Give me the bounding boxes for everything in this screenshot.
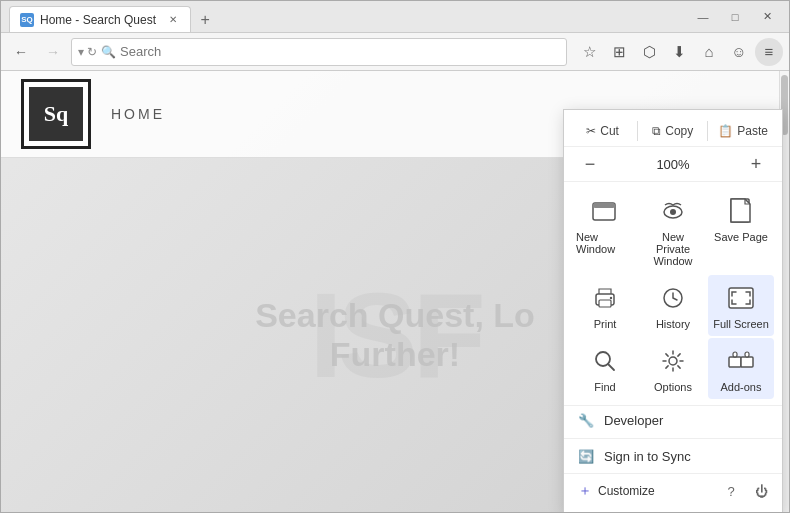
find-label: Find bbox=[594, 381, 615, 393]
menu-button[interactable]: ≡ bbox=[755, 38, 783, 66]
developer-label: Developer bbox=[604, 413, 663, 428]
maximize-button[interactable]: □ bbox=[721, 7, 749, 27]
find-button[interactable]: Find bbox=[572, 338, 638, 399]
menu-divider bbox=[564, 438, 782, 439]
sign-in-label: Sign in to Sync bbox=[604, 449, 691, 464]
close-button[interactable]: ✕ bbox=[753, 7, 781, 27]
minimize-button[interactable]: — bbox=[689, 7, 717, 27]
content-area: Sq HOME ISF Search Quest, Lo Further! ✂ … bbox=[1, 71, 789, 512]
print-button[interactable]: Print bbox=[572, 275, 638, 336]
menu-icon-grid: New Window New PrivateWindow bbox=[564, 182, 782, 406]
sign-in-sync-button[interactable]: 🔄 Sign in to Sync bbox=[564, 442, 782, 471]
site-logo: Sq bbox=[21, 79, 91, 149]
full-screen-button[interactable]: Full Screen bbox=[708, 275, 774, 336]
window-controls: — □ ✕ bbox=[689, 7, 781, 27]
zoom-level: 100% bbox=[604, 157, 742, 172]
tab-label: Home - Search Quest bbox=[40, 13, 156, 27]
cut-button[interactable]: ✂ Cut bbox=[572, 120, 633, 142]
options-label: Options bbox=[654, 381, 692, 393]
new-private-window-label: New PrivateWindow bbox=[644, 231, 702, 267]
new-private-window-icon bbox=[658, 196, 688, 226]
find-icon bbox=[590, 346, 620, 376]
add-ons-button[interactable]: Add-ons bbox=[708, 338, 774, 399]
new-window-icon bbox=[590, 196, 620, 226]
new-window-label: New Window bbox=[576, 231, 634, 255]
browser-window: SQ Home - Search Quest ✕ + — □ ✕ ← → ▾ ↻… bbox=[0, 0, 790, 513]
history-label: History bbox=[656, 318, 690, 330]
reading-list-icon[interactable]: ⊞ bbox=[605, 38, 633, 66]
paste-icon: 📋 bbox=[718, 124, 733, 138]
sync-icon: 🔄 bbox=[578, 449, 594, 464]
url-bar-left-icons: ▾ ↻ bbox=[78, 45, 97, 59]
save-page-icon bbox=[726, 196, 756, 226]
full-screen-label: Full Screen bbox=[713, 318, 769, 330]
tagline-container: Search Quest, Lo Further! bbox=[255, 296, 535, 374]
customize-plus-icon: ＋ bbox=[578, 482, 592, 500]
svg-rect-9 bbox=[729, 288, 753, 308]
forward-button[interactable]: → bbox=[39, 38, 67, 66]
svg-rect-12 bbox=[729, 357, 741, 367]
tagline-line1: Search Quest, Lo bbox=[255, 296, 535, 335]
copy-label: Copy bbox=[665, 124, 693, 138]
tab-close-button[interactable]: ✕ bbox=[166, 13, 180, 27]
svg-rect-1 bbox=[593, 203, 615, 208]
options-button[interactable]: Options bbox=[640, 338, 706, 399]
new-tab-button[interactable]: + bbox=[193, 8, 217, 32]
search-input[interactable] bbox=[120, 44, 560, 59]
cut-label: Cut bbox=[600, 124, 619, 138]
home-icon[interactable]: ⌂ bbox=[695, 38, 723, 66]
customize-label: Customize bbox=[598, 484, 655, 498]
new-private-window-button[interactable]: New PrivateWindow bbox=[640, 188, 706, 273]
dropdown-arrow-icon: ▾ bbox=[78, 45, 84, 59]
svg-rect-13 bbox=[741, 357, 753, 367]
svg-rect-15 bbox=[745, 352, 749, 357]
customize-button[interactable]: ＋ Customize bbox=[572, 478, 661, 504]
print-icon bbox=[590, 283, 620, 313]
copy-icon: ⧉ bbox=[652, 124, 661, 138]
history-icon bbox=[658, 283, 688, 313]
refresh-icon[interactable]: ↻ bbox=[87, 45, 97, 59]
new-window-button[interactable]: New Window bbox=[572, 188, 638, 273]
active-tab[interactable]: SQ Home - Search Quest ✕ bbox=[9, 6, 191, 32]
separator-2 bbox=[707, 121, 708, 141]
paste-button[interactable]: 📋 Paste bbox=[712, 120, 774, 142]
svg-rect-6 bbox=[599, 300, 611, 307]
developer-icon: 🔧 bbox=[578, 413, 594, 428]
svg-point-3 bbox=[670, 209, 676, 215]
developer-button[interactable]: 🔧 Developer bbox=[564, 406, 782, 435]
separator-1 bbox=[637, 121, 638, 141]
tab-favicon: SQ bbox=[20, 13, 34, 27]
cut-icon: ✂ bbox=[586, 124, 596, 138]
zoom-out-button[interactable]: − bbox=[576, 151, 604, 177]
browser-menu: ✂ Cut ⧉ Copy 📋 Paste − 100% + bbox=[563, 109, 783, 512]
smiley-icon[interactable]: ☺ bbox=[725, 38, 753, 66]
svg-point-7 bbox=[610, 297, 612, 299]
pocket-icon[interactable]: ⬡ bbox=[635, 38, 663, 66]
cut-copy-paste-row: ✂ Cut ⧉ Copy 📋 Paste bbox=[564, 116, 782, 147]
print-label: Print bbox=[594, 318, 617, 330]
full-screen-icon bbox=[726, 283, 756, 313]
menu-bottom-bar: ＋ Customize ? ⏻ bbox=[564, 473, 782, 508]
back-button[interactable]: ← bbox=[7, 38, 35, 66]
save-page-label: Save Page bbox=[714, 231, 768, 243]
search-icon-url: 🔍 bbox=[101, 45, 116, 59]
downloads-icon[interactable]: ⬇ bbox=[665, 38, 693, 66]
svg-rect-14 bbox=[733, 352, 737, 357]
zoom-row: − 100% + bbox=[564, 147, 782, 182]
options-icon bbox=[658, 346, 688, 376]
add-ons-label: Add-ons bbox=[721, 381, 762, 393]
add-ons-icon bbox=[726, 346, 756, 376]
svg-point-11 bbox=[669, 357, 677, 365]
history-button[interactable]: History bbox=[640, 275, 706, 336]
tabs-area: SQ Home - Search Quest ✕ + bbox=[9, 1, 689, 32]
help-button[interactable]: ? bbox=[718, 478, 744, 504]
save-page-button[interactable]: Save Page bbox=[708, 188, 774, 273]
copy-button[interactable]: ⧉ Copy bbox=[642, 120, 703, 142]
bottom-icons-group: ? ⏻ bbox=[718, 478, 774, 504]
bookmark-icon[interactable]: ☆ bbox=[575, 38, 603, 66]
toolbar-icons: ☆ ⊞ ⬡ ⬇ ⌂ ☺ ≡ bbox=[575, 38, 783, 66]
zoom-in-button[interactable]: + bbox=[742, 151, 770, 177]
home-nav-link[interactable]: HOME bbox=[111, 106, 165, 122]
logo-text: Sq bbox=[29, 87, 83, 141]
power-button[interactable]: ⏻ bbox=[748, 478, 774, 504]
